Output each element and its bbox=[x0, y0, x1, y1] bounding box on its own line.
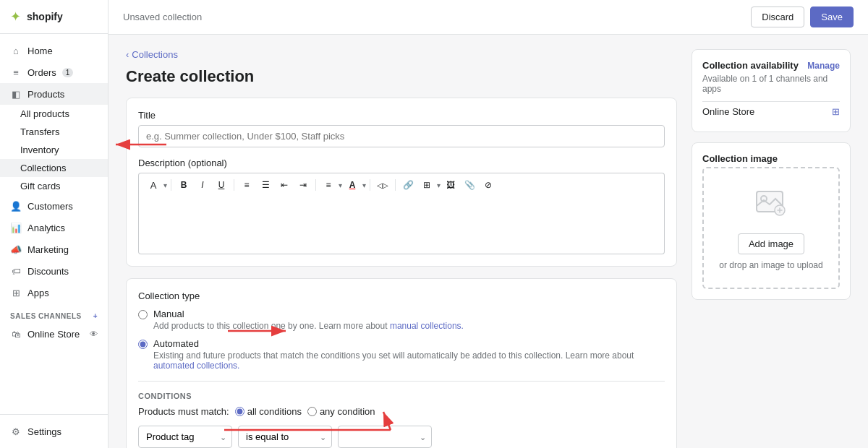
sidebar-sub-item-inventory[interactable]: Inventory bbox=[0, 141, 108, 159]
sales-channels-section: SALES CHANNELS + bbox=[0, 303, 108, 323]
sidebar-sub-item-transfers[interactable]: Transfers bbox=[0, 123, 108, 141]
condition-value-select[interactable] bbox=[338, 426, 432, 448]
rte-list-unordered-btn[interactable]: ≡ bbox=[238, 176, 255, 194]
rte-align-btn[interactable]: ≡ bbox=[320, 176, 337, 194]
image-placeholder-icon bbox=[754, 186, 788, 226]
sidebar-item-online-store[interactable]: 🛍 Online Store 👁 bbox=[0, 323, 108, 345]
radio-manual[interactable] bbox=[138, 310, 148, 319]
sidebar-item-orders[interactable]: ≡ Orders 1 bbox=[0, 61, 108, 83]
conditions-match-row: Products must match: all conditions any … bbox=[138, 406, 665, 417]
condition-row-1: Product tag Product title Product type P… bbox=[138, 426, 665, 448]
image-hint: or drop an image to upload bbox=[719, 260, 822, 270]
rte-align-dropdown-arrow: ▾ bbox=[339, 181, 342, 189]
condition-value-wrapper bbox=[338, 426, 432, 448]
rte-link-btn[interactable]: 🔗 bbox=[399, 176, 417, 194]
radio-all-conditions[interactable] bbox=[235, 407, 244, 416]
collection-image-title: Collection image bbox=[702, 153, 840, 164]
analytics-icon: 📊 bbox=[10, 222, 22, 233]
rte-outdent-btn[interactable]: ⇥ bbox=[294, 176, 312, 194]
sidebar-item-discounts[interactable]: 🏷 Discounts bbox=[0, 260, 108, 282]
radio-manual-option: Manual Add products to this collection o… bbox=[138, 309, 665, 331]
rte-sep-1 bbox=[171, 179, 171, 191]
sidebar-item-customers[interactable]: 👤 Customers bbox=[0, 195, 108, 217]
rte-indent-btn[interactable]: ⇤ bbox=[276, 176, 293, 194]
sidebar-logo: ✦ shopify bbox=[0, 0, 108, 34]
rte-underline-btn[interactable]: U bbox=[213, 176, 230, 194]
topbar: Unsaved collection Discard Save bbox=[109, 0, 868, 35]
rte-emoji-btn[interactable]: ⊘ bbox=[480, 176, 497, 194]
rte-list-ordered-btn[interactable]: ☰ bbox=[257, 176, 274, 194]
condition-field-select[interactable]: Product tag Product title Product type P… bbox=[138, 426, 232, 448]
rte-italic-btn[interactable]: I bbox=[194, 176, 211, 194]
breadcrumb-arrow: ‹ bbox=[126, 49, 129, 60]
main-area: Unsaved collection Discard Save ‹ Collec… bbox=[109, 0, 868, 448]
shopify-logo-text: shopify bbox=[27, 11, 63, 22]
rte-attachment-btn[interactable]: 📎 bbox=[461, 176, 478, 194]
radio-any-condition[interactable] bbox=[307, 407, 317, 416]
topbar-title: Unsaved collection bbox=[123, 12, 202, 22]
orders-badge: 1 bbox=[62, 68, 74, 77]
rte-dropdown-arrow: ▾ bbox=[163, 181, 167, 189]
sidebar-item-home[interactable]: ⌂ Home bbox=[0, 40, 108, 61]
main-column: ‹ Collections Create collection Title De… bbox=[126, 49, 677, 434]
page-title: Create collection bbox=[126, 67, 677, 86]
sidebar-sub-item-gift-cards[interactable]: Gift cards bbox=[0, 177, 108, 195]
radio-manual-label[interactable]: Manual bbox=[153, 309, 184, 319]
sidebar-item-settings[interactable]: ⚙ Settings bbox=[0, 421, 108, 442]
breadcrumb[interactable]: ‹ Collections bbox=[126, 49, 677, 60]
radio-manual-desc: Add products to this collection one by o… bbox=[153, 321, 464, 331]
sidebar-item-discounts-label: Discounts bbox=[27, 266, 69, 277]
title-field-label: Title bbox=[138, 110, 665, 121]
rte-color-btn[interactable]: A bbox=[344, 176, 361, 194]
orders-icon: ≡ bbox=[10, 66, 22, 78]
sidebar-item-orders-label: Orders bbox=[27, 67, 56, 78]
add-image-button[interactable]: Add image bbox=[738, 233, 804, 254]
add-sales-channel-icon[interactable]: + bbox=[93, 312, 98, 320]
radio-automated[interactable] bbox=[138, 340, 148, 349]
save-button[interactable]: Save bbox=[810, 7, 854, 27]
products-must-match-label: Products must match: bbox=[138, 406, 229, 417]
rte-image-btn[interactable]: 🖼 bbox=[442, 176, 459, 194]
availability-card-title: Collection availability Manage bbox=[702, 60, 840, 71]
sidebar-item-analytics[interactable]: 📊 Analytics bbox=[0, 217, 108, 238]
manual-collections-link[interactable]: manual collections. bbox=[390, 321, 464, 331]
rte-toolbar: A ▾ B I U ≡ ☰ ⇤ ⇥ ≡ bbox=[138, 173, 665, 197]
sidebar-sub-item-all-products[interactable]: All products bbox=[0, 105, 108, 123]
home-icon: ⌂ bbox=[10, 45, 22, 56]
rte-bold-btn[interactable]: B bbox=[175, 176, 192, 194]
sidebar-item-marketing[interactable]: 📣 Marketing bbox=[0, 238, 108, 260]
online-store-visibility-icon: 👁 bbox=[90, 329, 98, 338]
collection-type-label: Collection type bbox=[138, 290, 665, 301]
products-icon: ◧ bbox=[10, 88, 22, 100]
radio-automated-label[interactable]: Automated bbox=[153, 338, 199, 349]
manage-link[interactable]: Manage bbox=[807, 61, 840, 71]
sidebar-item-apps[interactable]: ⊞ Apps bbox=[0, 282, 108, 303]
description-field-label: Description (optional) bbox=[138, 158, 665, 168]
settings-icon: ⚙ bbox=[10, 426, 22, 437]
channel-availability-icon: ⊞ bbox=[832, 106, 840, 117]
automated-collections-link[interactable]: automated collections. bbox=[153, 361, 239, 371]
condition-field-wrapper: Product tag Product title Product type P… bbox=[138, 426, 232, 448]
sales-channels-label: SALES CHANNELS bbox=[10, 312, 82, 320]
online-store-channel: Online Store ⊞ bbox=[702, 101, 840, 121]
rte-table-dropdown-arrow: ▾ bbox=[437, 181, 441, 189]
condition-operator-select[interactable]: is equal to is not equal to starts with … bbox=[238, 426, 332, 448]
rte-body[interactable] bbox=[138, 197, 665, 254]
all-conditions-label[interactable]: all conditions bbox=[235, 406, 302, 417]
image-upload-area[interactable]: Add image or drop an image to upload bbox=[702, 167, 840, 289]
title-card: Title Description (optional) A ▾ B I U bbox=[126, 98, 677, 267]
sidebar-sub-item-collections[interactable]: Collections bbox=[0, 159, 108, 177]
customers-icon: 👤 bbox=[10, 200, 22, 212]
rte-font-btn[interactable]: A bbox=[145, 176, 162, 194]
discard-button[interactable]: Discard bbox=[751, 7, 804, 27]
shopify-logo-icon: ✦ bbox=[10, 9, 21, 25]
side-column: Collection availability Manage Available… bbox=[692, 49, 851, 434]
rte-table-btn[interactable]: ⊞ bbox=[418, 176, 435, 194]
page-content: ‹ Collections Create collection Title De… bbox=[109, 35, 868, 448]
online-store-label: Online Store bbox=[27, 329, 80, 340]
rte-html-btn[interactable]: ◁▷ bbox=[374, 176, 391, 194]
sidebar-item-products[interactable]: ◧ Products bbox=[0, 83, 108, 105]
rte-sep-3 bbox=[315, 179, 316, 191]
title-input[interactable] bbox=[138, 125, 665, 147]
any-condition-label[interactable]: any condition bbox=[307, 406, 375, 417]
